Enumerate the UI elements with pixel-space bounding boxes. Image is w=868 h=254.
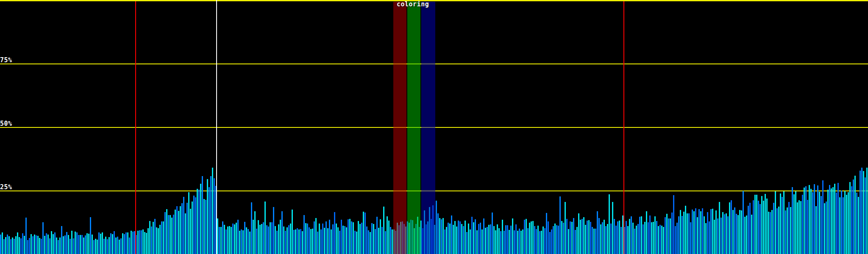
bar (283, 226, 284, 254)
bar (370, 232, 371, 254)
bar (724, 214, 725, 254)
bar (675, 226, 676, 254)
bar (180, 206, 181, 254)
bar (95, 239, 96, 254)
bar (485, 228, 486, 254)
bar (553, 226, 554, 254)
bar (783, 191, 785, 254)
bar (346, 227, 347, 254)
bar (7, 235, 8, 254)
bar (293, 230, 295, 254)
bar (527, 228, 529, 254)
bar (51, 231, 52, 254)
bar (351, 221, 352, 254)
bar (498, 228, 500, 254)
bar (595, 229, 596, 254)
bar (314, 221, 315, 254)
bar (132, 232, 134, 254)
bar (348, 219, 349, 254)
bar (715, 210, 717, 254)
bar (651, 222, 652, 254)
bar (663, 227, 664, 254)
bar (192, 202, 193, 254)
bar (795, 191, 796, 254)
bar (441, 219, 442, 254)
bar (264, 202, 266, 254)
bar (841, 190, 842, 254)
bar (112, 234, 113, 254)
bar (475, 219, 476, 254)
bar (310, 229, 312, 254)
bar (807, 200, 808, 254)
bar (300, 229, 301, 254)
bar (388, 221, 389, 254)
bar (615, 226, 617, 254)
bar (576, 227, 578, 254)
bar (14, 239, 15, 254)
bar (685, 206, 686, 254)
bar (339, 231, 340, 254)
bar (337, 227, 339, 254)
bar (515, 224, 517, 254)
bar (661, 226, 662, 254)
bar (571, 222, 573, 254)
bar (36, 235, 37, 254)
bar (105, 237, 106, 254)
bar (766, 199, 768, 254)
bar (797, 202, 798, 254)
bar (236, 223, 237, 254)
bar (656, 221, 657, 254)
bar (458, 221, 459, 254)
bar (449, 224, 451, 254)
bar (812, 192, 813, 254)
bar (654, 216, 656, 254)
bar (248, 229, 249, 254)
bar (209, 187, 210, 254)
bar (746, 215, 747, 254)
bar (251, 202, 252, 254)
bar (597, 211, 598, 254)
bar (119, 240, 120, 254)
bar (453, 225, 454, 254)
bar (829, 185, 830, 254)
bar (363, 212, 364, 254)
bar (122, 233, 123, 254)
bar (353, 222, 354, 254)
bar (860, 171, 861, 254)
bar (775, 191, 776, 254)
bar (271, 222, 273, 254)
bar (846, 195, 847, 254)
bar (563, 223, 564, 254)
bar (115, 237, 117, 254)
bar (83, 237, 84, 254)
bar (336, 224, 337, 254)
bar (570, 221, 571, 254)
bar (270, 222, 271, 254)
bar (81, 235, 83, 254)
bar (512, 218, 513, 254)
bar (190, 209, 191, 254)
bar (390, 227, 391, 254)
bar (463, 226, 464, 254)
bar (587, 221, 588, 254)
bar (17, 232, 18, 254)
bar (186, 203, 188, 254)
bar (78, 235, 79, 254)
bar (178, 211, 179, 254)
bar (717, 218, 718, 254)
bar (776, 208, 778, 254)
bar (532, 221, 534, 254)
bar (610, 224, 612, 254)
bar (70, 239, 71, 254)
bar (731, 200, 732, 254)
tick-label-75: 75% (0, 57, 12, 64)
bar (290, 224, 291, 254)
bar (866, 168, 868, 254)
bar (120, 238, 122, 254)
bar (329, 220, 330, 254)
bar (53, 234, 54, 254)
bar (185, 213, 186, 254)
bar (108, 237, 110, 254)
bar (743, 191, 744, 254)
bar (307, 224, 308, 254)
